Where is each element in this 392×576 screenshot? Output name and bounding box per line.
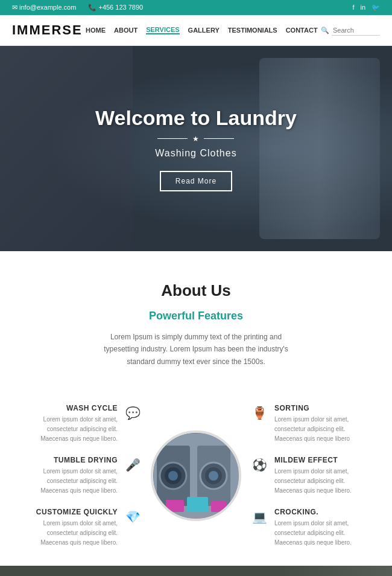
customize-title: CUSTOMIZE QUICKLY [24,508,118,516]
hero-title: Welcome to Laundry [95,106,297,130]
phone-icon: 📞 [88,4,96,11]
svg-rect-11 [211,501,226,512]
facebook-link[interactable]: f [352,4,354,11]
tumble-drying-title: TUMBLE DRYING [24,456,118,464]
svg-rect-9 [166,500,184,512]
hero-content: Welcome to Laundry ★ Washing Clothes Rea… [95,106,297,191]
feature-wash-cycle: 💬 WASH CYCLE Lorem ipsum dolor sit amet,… [24,404,142,444]
nav-services[interactable]: SERVICES [146,26,179,34]
divider-star: ★ [192,135,199,143]
wash-cycle-desc: Lorem ipsum dolor sit amet, consectetur … [24,415,118,444]
svg-point-8 [209,471,218,481]
feature-crocking: 💻 CROCKING. Lorem ipsum dolor sit amet, … [250,508,368,548]
search-input[interactable] [332,25,380,36]
features-grid: 💬 WASH CYCLE Lorem ipsum dolor sit amet,… [0,386,392,566]
customize-text: CUSTOMIZE QUICKLY Lorem ipsum dolor sit … [24,508,118,548]
svg-rect-10 [187,497,208,512]
about-title: About Us [48,281,344,300]
logo: IMMERSE [12,22,83,38]
tumble-drying-text: TUMBLE DRYING Lorem ipsum dolor sit amet… [24,456,118,496]
book-decoration [271,566,392,576]
email-text: info@example.com [19,4,76,11]
tumble-drying-desc: Lorem ipsum dolor sit amet, consectetur … [24,467,118,496]
about-description: Lorem Ipsum is simply dummy text of the … [93,331,299,368]
wash-cycle-icon: 💬 [124,404,142,422]
top-bar-left: ✉ info@example.com 📞 +456 123 7890 [12,4,143,11]
nav-home[interactable]: HOME [86,27,106,34]
nav-about[interactable]: ABOUT [114,27,138,34]
top-bar-right: f in 🐦 [352,4,380,11]
top-bar: ✉ info@example.com 📞 +456 123 7890 f in … [0,0,392,15]
features-circle-image [151,430,241,521]
book-section: Book Now 👤 Name 📍 No.Of.Pairs 🏷 Ca [0,566,392,576]
nav-testimonials[interactable]: TESTIMONIALS [228,27,277,34]
crocking-title: CROCKING. [274,508,368,516]
customize-desc: Lorem ipsum dolor sit amet, consectetur … [24,519,118,548]
sorting-icon: 🏺 [250,404,268,422]
nav-contact[interactable]: CONTACT [286,27,318,34]
search-icon: 🔍 [321,27,329,34]
email-info: ✉ info@example.com [12,4,76,11]
about-section: About Us Powerful Features Lorem Ipsum i… [0,251,392,386]
feature-sorting: 🏺 SORTING Lorem ipsum dolor sit amet, co… [250,404,368,444]
linkedin-link[interactable]: in [360,4,365,11]
customize-icon: 💎 [124,508,142,526]
features-center [148,404,244,548]
read-more-button[interactable]: Read More [160,171,232,191]
wash-cycle-text: WASH CYCLE Lorem ipsum dolor sit amet, c… [24,404,118,444]
nav-links: HOME ABOUT SERVICES GALLERY TESTIMONIALS… [86,26,318,34]
divider-line-right [204,138,234,139]
svg-point-4 [168,471,178,481]
hero-divider: ★ [95,135,297,143]
features-right: 🏺 SORTING Lorem ipsum dolor sit amet, co… [250,404,368,548]
mildew-text: MILDEW EFFECT Lorem ipsum dolor sit amet… [274,456,368,496]
mildew-desc: Lorem ipsum dolor sit amet, consectetur … [274,467,368,496]
twitter-link[interactable]: 🐦 [371,4,380,11]
email-icon: ✉ [12,4,17,11]
hero-subtitle: Washing Clothes [95,148,297,159]
feature-mildew: ⚽ MILDEW EFFECT Lorem ipsum dolor sit am… [250,456,368,496]
nav-gallery[interactable]: GALLERY [188,27,220,34]
about-features-title: Powerful Features [48,310,344,322]
phone-info: 📞 +456 123 7890 [88,4,143,11]
features-left: 💬 WASH CYCLE Lorem ipsum dolor sit amet,… [24,404,142,548]
phone-text: +456 123 7890 [98,4,143,11]
nav-search: 🔍 [321,25,380,36]
crocking-icon: 💻 [250,508,268,526]
sorting-text: SORTING Lorem ipsum dolor sit amet, cons… [274,404,368,444]
hero-section: Welcome to Laundry ★ Washing Clothes Rea… [0,46,392,251]
sorting-desc: Lorem ipsum dolor sit amet, consectetur … [274,415,368,444]
mildew-title: MILDEW EFFECT [274,456,368,464]
sorting-title: SORTING [274,404,368,412]
wash-cycle-title: WASH CYCLE [24,404,118,412]
crocking-text: CROCKING. Lorem ipsum dolor sit amet, co… [274,508,368,548]
crocking-desc: Lorem ipsum dolor sit amet, consectetur … [274,519,368,548]
feature-customize: 💎 CUSTOMIZE QUICKLY Lorem ipsum dolor si… [24,508,142,548]
feature-tumble-drying: 🎤 TUMBLE DRYING Lorem ipsum dolor sit am… [24,456,142,496]
tumble-drying-icon: 🎤 [124,456,142,474]
navbar: IMMERSE HOME ABOUT SERVICES GALLERY TEST… [0,15,392,46]
mildew-icon: ⚽ [250,456,268,474]
divider-line-left [157,138,188,139]
